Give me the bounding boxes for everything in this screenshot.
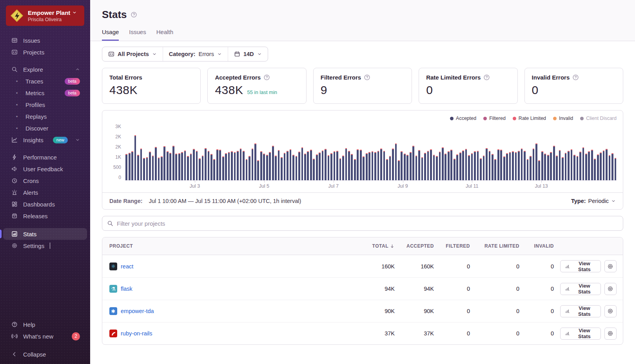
chart-bar[interactable] xyxy=(615,158,617,180)
chart-bar[interactable] xyxy=(216,149,218,180)
chart-bar[interactable] xyxy=(565,153,567,180)
chart-bar[interactable] xyxy=(310,150,312,180)
view-stats-button[interactable]: View Stats xyxy=(560,328,601,340)
chart-bar[interactable] xyxy=(146,157,148,180)
chart-bar[interactable] xyxy=(486,148,488,180)
chart-bar[interactable] xyxy=(462,150,464,180)
chart-bar[interactable] xyxy=(328,155,330,180)
chart-bar[interactable] xyxy=(368,152,370,180)
type-selector[interactable]: Type: Periodic xyxy=(571,198,616,204)
chart-bar[interactable] xyxy=(530,156,532,180)
chart-bar[interactable] xyxy=(348,151,350,180)
column-header-rate-limited[interactable]: RATE LIMITED xyxy=(473,243,523,249)
sidebar-item-collapse[interactable]: Collapse xyxy=(3,348,87,360)
project-link[interactable]: empower-tda xyxy=(121,308,154,314)
chart-bar[interactable] xyxy=(412,146,414,180)
help-icon[interactable] xyxy=(572,74,579,81)
chart-bar[interactable] xyxy=(418,150,420,180)
project-link[interactable]: ruby-on-rails xyxy=(121,330,152,337)
chart-bar[interactable] xyxy=(535,143,537,180)
chart-bar[interactable] xyxy=(515,152,517,180)
chart-bar[interactable] xyxy=(205,148,207,180)
chart-bar[interactable] xyxy=(351,154,353,180)
chart-bar[interactable] xyxy=(196,151,198,180)
chart-bar[interactable] xyxy=(252,148,254,180)
chart-bar[interactable] xyxy=(410,152,412,180)
chart-bar[interactable] xyxy=(489,151,491,180)
sidebar-item-performance[interactable]: Performance xyxy=(3,151,87,163)
chart-bar[interactable] xyxy=(213,159,215,180)
chart-bar[interactable] xyxy=(237,151,239,180)
chart-bar[interactable] xyxy=(588,151,590,180)
chart-bar[interactable] xyxy=(553,146,555,180)
chart-bar[interactable] xyxy=(129,153,131,180)
chart-bar[interactable] xyxy=(459,152,461,180)
chart-bar[interactable] xyxy=(228,152,230,180)
sidebar-item-projects[interactable]: Projects xyxy=(3,46,87,58)
chart-bar[interactable] xyxy=(582,147,584,180)
chart-bar[interactable] xyxy=(296,156,298,180)
chart-bar[interactable] xyxy=(424,153,426,180)
chart-bar[interactable] xyxy=(208,151,210,180)
legend-item-client-discard[interactable]: Client Discard xyxy=(580,116,617,121)
chart-bar[interactable] xyxy=(298,152,300,180)
sidebar-item-releases[interactable]: Releases xyxy=(3,210,87,222)
legend-item-invalid[interactable]: Invalid xyxy=(553,116,573,121)
chart-bar[interactable] xyxy=(571,149,573,180)
chart-bar[interactable] xyxy=(480,158,482,180)
chart-bar[interactable] xyxy=(562,157,564,180)
chart-bar[interactable] xyxy=(269,152,271,180)
chart-bar[interactable] xyxy=(527,159,529,180)
chart-bar[interactable] xyxy=(404,154,406,180)
chart-bar[interactable] xyxy=(398,160,400,180)
chart-bar[interactable] xyxy=(401,151,403,180)
chart-bar[interactable] xyxy=(521,148,523,180)
chart-bar[interactable] xyxy=(538,160,540,180)
column-header-project[interactable]: PROJECT xyxy=(102,243,355,249)
chart-bar[interactable] xyxy=(503,156,505,180)
legend-item-filtered[interactable]: Filtered xyxy=(483,116,506,121)
chart-bar[interactable] xyxy=(380,148,382,180)
chart-bar[interactable] xyxy=(199,158,201,180)
chart-bar[interactable] xyxy=(131,151,133,180)
chart-bar[interactable] xyxy=(483,156,485,180)
chart-bar[interactable] xyxy=(547,155,549,180)
chart-bar[interactable] xyxy=(568,151,570,180)
chart-bar[interactable] xyxy=(178,153,180,180)
chart-bar[interactable] xyxy=(339,158,341,180)
chart-bar[interactable] xyxy=(155,147,157,180)
chart-bars[interactable] xyxy=(125,126,617,181)
chart-bar[interactable] xyxy=(210,154,212,180)
chart-bar[interactable] xyxy=(184,150,186,180)
chart-bar[interactable] xyxy=(125,154,127,180)
sidebar-item-alerts[interactable]: Alerts xyxy=(3,187,87,198)
chart-bar[interactable] xyxy=(559,150,561,180)
chart-bar[interactable] xyxy=(290,149,292,180)
chart-bar[interactable] xyxy=(533,148,535,180)
chart-bar[interactable] xyxy=(518,151,520,180)
chart-bar[interactable] xyxy=(500,150,502,180)
chart-bar[interactable] xyxy=(444,154,446,180)
chart-bar[interactable] xyxy=(600,152,602,180)
sidebar-item-crons[interactable]: Crons xyxy=(3,175,87,187)
chart-bar[interactable] xyxy=(465,149,467,180)
chart-bar[interactable] xyxy=(474,151,476,180)
chart-bar[interactable] xyxy=(471,153,473,180)
chart-bar[interactable] xyxy=(609,155,611,180)
chart-bar[interactable] xyxy=(406,155,408,180)
chart-bar[interactable] xyxy=(556,156,558,180)
sidebar-item-issues[interactable]: Issues xyxy=(3,34,87,46)
chart-bar[interactable] xyxy=(163,146,165,180)
chart-bar[interactable] xyxy=(389,156,391,180)
chart-bar[interactable] xyxy=(275,156,277,180)
chart-bar[interactable] xyxy=(322,150,324,180)
chart-bar[interactable] xyxy=(342,156,344,180)
chart-bar[interactable] xyxy=(360,150,362,180)
chart-bar[interactable] xyxy=(577,156,579,180)
view-stats-button[interactable]: View Stats xyxy=(560,283,601,295)
chart-bar[interactable] xyxy=(395,143,397,180)
chart-bar[interactable] xyxy=(603,150,605,180)
chart-bar[interactable] xyxy=(374,152,376,180)
sidebar-item-traces[interactable]: •Tracesbeta xyxy=(3,75,87,87)
chart-bar[interactable] xyxy=(137,155,139,180)
